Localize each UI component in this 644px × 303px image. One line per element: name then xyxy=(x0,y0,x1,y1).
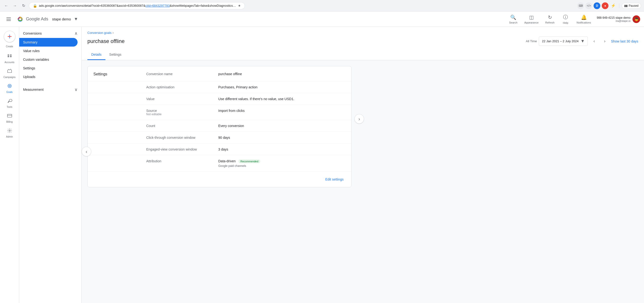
sidebar-item-admin[interactable]: Admin xyxy=(2,126,18,140)
custom-variables-label: Custom variables xyxy=(23,58,49,62)
date-controls: All Time 22 Jan 2021 – 2 July 2024 ▼ ‹ ›… xyxy=(526,36,638,46)
admin-icon xyxy=(7,128,12,134)
click-through-value: 90 days xyxy=(218,136,346,140)
conversions-label: Conversions xyxy=(23,32,42,35)
create-label: Create xyxy=(6,45,13,48)
measurement-section-header[interactable]: Measurement ∨ xyxy=(19,83,82,94)
date-picker[interactable]: 22 Jan 2021 – 2 July 2024 ▼ xyxy=(539,36,588,46)
content-header: Conversion goals › purchase offline All … xyxy=(82,27,644,60)
help-icon: ⓘ xyxy=(563,14,568,20)
conversions-section-header[interactable]: Conversions ∧ xyxy=(19,27,82,38)
billing-label: Billing xyxy=(6,120,13,123)
date-prev-button[interactable]: ‹ xyxy=(590,37,598,46)
notifications-button[interactable]: 🔔 Notifications xyxy=(574,12,594,26)
paused-button[interactable]: ▮▮ Paused xyxy=(622,3,641,9)
tools-icon xyxy=(7,98,12,105)
help-button[interactable]: ⓘ Help xyxy=(558,12,573,26)
tab-settings[interactable]: Settings xyxy=(106,50,125,60)
count-value: Every conversion xyxy=(218,124,346,128)
sidebar-item-uploads[interactable]: Uploads xyxy=(19,72,82,81)
page-title: purchase offline xyxy=(88,38,124,44)
top-nav: Google Ads stape demo ▼ 🔍 Search ◫ Appea… xyxy=(0,12,644,27)
sidebar-item-summary[interactable]: Summary xyxy=(19,38,78,46)
back-button[interactable]: ← xyxy=(3,2,10,9)
settings-footer: Edit settings xyxy=(88,172,351,187)
app-container: Google Ads stape demo ▼ 🔍 Search ◫ Appea… xyxy=(0,12,644,303)
account-dropdown-button[interactable]: ▼ xyxy=(74,16,78,22)
google-ads-logo xyxy=(16,15,24,23)
sidebar-item-settings[interactable]: Settings xyxy=(19,64,82,72)
ext-d[interactable]: D xyxy=(594,2,600,9)
forward-button[interactable]: → xyxy=(12,2,18,9)
bookmark-icon[interactable]: ★ xyxy=(238,4,241,8)
svg-rect-9 xyxy=(10,56,11,57)
user-email: ira@stape.io xyxy=(597,20,630,22)
ext-code[interactable]: </> xyxy=(586,2,592,9)
click-through-label: Click-through conversion window xyxy=(146,136,218,140)
right-panel-area: › xyxy=(354,114,365,124)
value-value: Use different values. If there's no valu… xyxy=(218,97,346,101)
side-nav: Create Accounts Campaigns Goals xyxy=(0,27,19,303)
ext-red[interactable]: ● xyxy=(602,2,608,9)
content-area: Conversion goals › purchase offline All … xyxy=(82,27,644,303)
value-rules-label: Value rules xyxy=(23,49,40,53)
recommended-badge: Recommended xyxy=(238,160,260,163)
source-value: Import from clicks xyxy=(218,109,346,116)
sidebar-item-tools[interactable]: Tools xyxy=(2,96,18,110)
sidebar-item-goals[interactable]: Goals xyxy=(2,82,18,95)
sidebar-item-billing[interactable]: Billing xyxy=(2,111,18,125)
main-content: Settings Conversion name purchase offlin… xyxy=(82,60,644,193)
panel-next-button[interactable]: › xyxy=(354,114,364,124)
svg-rect-2 xyxy=(6,20,11,21)
attribution-label: Attribution xyxy=(146,159,218,168)
action-optimisation-label: Action optimisation xyxy=(146,85,218,89)
settings-card: Settings Conversion name purchase offlin… xyxy=(88,66,352,187)
sidebar-item-campaigns[interactable]: Campaigns xyxy=(2,66,18,80)
refresh-button[interactable]: ↻ Refresh xyxy=(542,12,558,26)
uploads-label: Uploads xyxy=(23,75,35,79)
account-name: stape demo xyxy=(52,17,71,21)
avatar-initials: 👦 xyxy=(634,17,638,21)
left-sidebar: Conversions ∧ Summary Value rules Custom… xyxy=(19,27,82,303)
user-info: 988-949-4215 stape demo ira@stape.io 👦 xyxy=(597,15,640,23)
search-button[interactable]: 🔍 Search xyxy=(506,12,520,26)
sidebar-item-value-rules[interactable]: Value rules xyxy=(19,46,82,55)
breadcrumb-link[interactable]: Conversion goals xyxy=(88,31,112,34)
sidebar-item-custom-variables[interactable]: Custom variables xyxy=(19,55,82,64)
appearance-button[interactable]: ◫ Appearance xyxy=(521,12,541,26)
svg-rect-6 xyxy=(8,55,9,56)
admin-label: Admin xyxy=(6,136,13,138)
source-label: Source Not editable xyxy=(146,109,218,116)
attribution-value: Data-driven Recommended Google paid chan… xyxy=(218,159,346,168)
engaged-view-label: Engaged-view conversion window xyxy=(146,148,218,151)
all-time-label: All Time xyxy=(526,40,537,43)
notifications-icon: 🔔 xyxy=(581,14,587,20)
appearance-label: Appearance xyxy=(524,21,538,24)
avatar[interactable]: 👦 xyxy=(632,15,640,23)
breadcrumb: Conversion goals › xyxy=(88,31,638,34)
sidebar-item-accounts[interactable]: Accounts xyxy=(2,52,18,66)
address-bar[interactable]: 🔒 ads.google.com/aw/conversions/detail?o… xyxy=(29,2,245,9)
billing-icon xyxy=(7,113,12,120)
show-last-button[interactable]: Show last 30 days xyxy=(611,40,638,43)
tab-details[interactable]: Details xyxy=(88,50,106,60)
svg-rect-1 xyxy=(6,19,11,20)
date-next-button[interactable]: › xyxy=(600,37,609,46)
browser-extensions: ⌨ </> D ● ⚡ ▮▮ Paused xyxy=(577,2,641,9)
create-button[interactable] xyxy=(4,31,15,42)
date-range-text: 22 Jan 2021 – 2 July 2024 xyxy=(542,40,579,43)
reload-button[interactable]: ↻ xyxy=(20,2,27,9)
conversion-name-value: purchase offline xyxy=(218,72,346,76)
measurement-chevron: ∨ xyxy=(74,87,78,92)
hamburger-button[interactable] xyxy=(4,14,14,24)
panel-prev-button[interactable]: ‹ xyxy=(82,147,91,156)
goals-icon xyxy=(7,83,12,90)
ext-monitor[interactable]: ⌨ xyxy=(577,2,584,9)
conversions-chevron: ∧ xyxy=(74,31,78,36)
refresh-label: Refresh xyxy=(545,21,555,24)
ext-puzzle[interactable]: ⚡ xyxy=(610,2,617,9)
notifications-label: Notifications xyxy=(576,21,591,24)
campaigns-icon xyxy=(7,68,12,75)
edit-settings-button[interactable]: Edit settings xyxy=(324,176,346,183)
action-optimisation-value: Purchases, Primary action xyxy=(218,85,346,89)
